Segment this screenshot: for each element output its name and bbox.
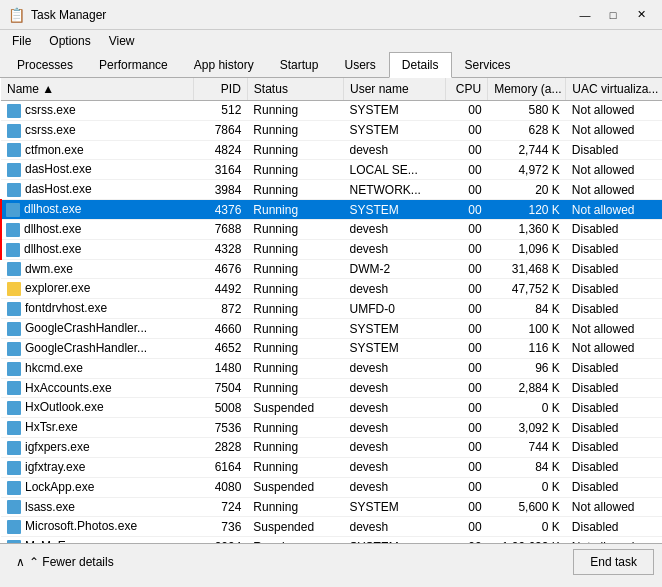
process-name-cell: csrss.exe [1, 120, 193, 140]
table-row[interactable]: explorer.exe4492Runningdevesh0047,752 KD… [1, 279, 662, 299]
tab-startup[interactable]: Startup [267, 52, 332, 78]
process-memory: 628 K [488, 120, 566, 140]
minimize-button[interactable]: — [572, 4, 598, 26]
maximize-button[interactable]: □ [600, 4, 626, 26]
col-header-name[interactable]: Name ▲ [1, 78, 193, 101]
col-header-pid[interactable]: PID [193, 78, 247, 101]
table-row[interactable]: dasHost.exe3164RunningLOCAL SE...004,972… [1, 160, 662, 180]
process-pid: 4492 [193, 279, 247, 299]
process-icon [7, 163, 21, 177]
process-username: NETWORK... [344, 180, 446, 200]
process-pid: 4652 [193, 338, 247, 358]
process-status: Running [247, 180, 343, 200]
table-row[interactable]: igfxtray.exe6164Runningdevesh0084 KDisab… [1, 457, 662, 477]
process-pid: 1480 [193, 358, 247, 378]
table-row[interactable]: HxTsr.exe7536Runningdevesh003,092 KDisab… [1, 418, 662, 438]
title-bar-controls: — □ ✕ [572, 4, 654, 26]
process-cpu: 00 [446, 120, 488, 140]
process-uac: Disabled [566, 398, 662, 418]
tab-users[interactable]: Users [331, 52, 388, 78]
table-row[interactable]: csrss.exe7864RunningSYSTEM00628 KNot all… [1, 120, 662, 140]
process-memory: 84 K [488, 457, 566, 477]
fewer-details-button[interactable]: ∧ ⌃ Fewer details [8, 551, 122, 573]
process-uac: Disabled [566, 358, 662, 378]
process-status: Running [247, 200, 343, 220]
col-header-cpu[interactable]: CPU [446, 78, 488, 101]
table-row[interactable]: HxOutlook.exe5008Suspendeddevesh000 KDis… [1, 398, 662, 418]
process-uac: Disabled [566, 418, 662, 438]
process-uac: Not allowed [566, 497, 662, 517]
process-status: Suspended [247, 398, 343, 418]
process-memory: 0 K [488, 398, 566, 418]
end-task-button[interactable]: End task [573, 549, 654, 575]
table-row[interactable]: LockApp.exe4080Suspendeddevesh000 KDisab… [1, 477, 662, 497]
close-button[interactable]: ✕ [628, 4, 654, 26]
table-row[interactable]: hkcmd.exe1480Runningdevesh0096 KDisabled [1, 358, 662, 378]
process-pid: 736 [193, 517, 247, 537]
process-username: devesh [344, 219, 446, 239]
process-memory: 47,752 K [488, 279, 566, 299]
process-pid: 4328 [193, 239, 247, 259]
col-header-status[interactable]: Status [247, 78, 343, 101]
col-header-memory[interactable]: Memory (a... [488, 78, 566, 101]
table-container[interactable]: Name ▲ PID Status User name CPU Memory (… [0, 78, 662, 543]
process-uac: Not allowed [566, 338, 662, 358]
process-name-cell: GoogleCrashHandler... [1, 319, 193, 339]
process-status: Running [247, 457, 343, 477]
table-row[interactable]: MsMpEng.exe3004RunningSYSTEM001,09,632 K… [1, 537, 662, 543]
table-row[interactable]: HxAccounts.exe7504Runningdevesh002,884 K… [1, 378, 662, 398]
process-pid: 7504 [193, 378, 247, 398]
process-pid: 7688 [193, 219, 247, 239]
process-username: devesh [344, 438, 446, 458]
process-memory: 2,884 K [488, 378, 566, 398]
process-uac: Disabled [566, 259, 662, 279]
table-row[interactable]: dasHost.exe3984RunningNETWORK...0020 KNo… [1, 180, 662, 200]
process-username: SYSTEM [344, 120, 446, 140]
fewer-details-label: ⌃ Fewer details [29, 555, 114, 569]
process-status: Running [247, 438, 343, 458]
process-icon [7, 302, 21, 316]
tab-services[interactable]: Services [452, 52, 524, 78]
menu-options[interactable]: Options [41, 32, 98, 50]
process-icon [7, 401, 21, 415]
tabs: Processes Performance App history Startu… [0, 52, 662, 78]
menu-view[interactable]: View [101, 32, 143, 50]
col-header-uac[interactable]: UAC virtualiza... [566, 78, 662, 101]
table-row[interactable]: lsass.exe724RunningSYSTEM005,600 KNot al… [1, 497, 662, 517]
process-table: Name ▲ PID Status User name CPU Memory (… [0, 78, 662, 543]
process-username: devesh [344, 418, 446, 438]
process-name-cell: hkcmd.exe [1, 358, 193, 378]
table-row[interactable]: dwm.exe4676RunningDWM-20031,468 KDisable… [1, 259, 662, 279]
process-cpu: 00 [446, 537, 488, 543]
process-cpu: 00 [446, 219, 488, 239]
table-row[interactable]: fontdrvhost.exe872RunningUMFD-00084 KDis… [1, 299, 662, 319]
process-name-cell: dwm.exe [1, 259, 193, 279]
table-row[interactable]: igfxpers.exe2828Runningdevesh00744 KDisa… [1, 438, 662, 458]
process-cpu: 00 [446, 358, 488, 378]
table-row[interactable]: dllhost.exe7688Runningdevesh001,360 KDis… [1, 219, 662, 239]
title-bar: 📋 Task Manager — □ ✕ [0, 0, 662, 30]
table-row[interactable]: ctfmon.exe4824Runningdevesh002,744 KDisa… [1, 140, 662, 160]
table-row[interactable]: Microsoft.Photos.exe736Suspendeddevesh00… [1, 517, 662, 537]
table-row[interactable]: dllhost.exe4376RunningSYSTEM00120 KNot a… [1, 200, 662, 220]
process-icon [7, 481, 21, 495]
process-username: SYSTEM [344, 497, 446, 517]
process-memory: 580 K [488, 101, 566, 121]
process-icon [7, 421, 21, 435]
col-header-username[interactable]: User name [344, 78, 446, 101]
table-row[interactable]: dllhost.exe4328Runningdevesh001,096 KDis… [1, 239, 662, 259]
table-row[interactable]: GoogleCrashHandler...4660RunningSYSTEM00… [1, 319, 662, 339]
process-icon [7, 342, 21, 356]
tab-processes[interactable]: Processes [4, 52, 86, 78]
tab-app-history[interactable]: App history [181, 52, 267, 78]
process-cpu: 00 [446, 200, 488, 220]
menu-file[interactable]: File [4, 32, 39, 50]
table-row[interactable]: csrss.exe512RunningSYSTEM00580 KNot allo… [1, 101, 662, 121]
tab-performance[interactable]: Performance [86, 52, 181, 78]
footer: ∧ ⌃ Fewer details End task [0, 543, 662, 579]
tab-details[interactable]: Details [389, 52, 452, 78]
process-status: Running [247, 279, 343, 299]
table-row[interactable]: GoogleCrashHandler...4652RunningSYSTEM00… [1, 338, 662, 358]
process-cpu: 00 [446, 438, 488, 458]
process-name-cell: dllhost.exe [1, 219, 193, 239]
